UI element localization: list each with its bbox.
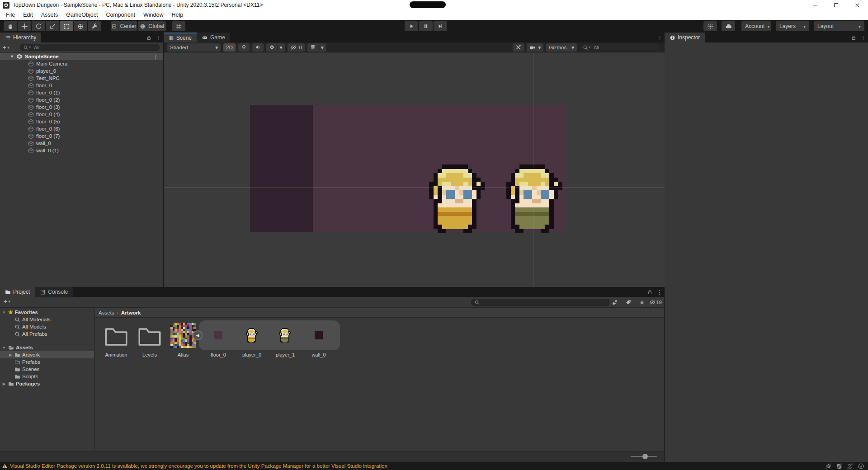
add-object-button[interactable]: +▾ — [0, 44, 12, 51]
kebab-menu-icon[interactable]: ⋮ — [657, 34, 663, 41]
account-dropdown[interactable]: Account▾ — [741, 21, 771, 31]
hierarchy-item[interactable]: Test_NPC — [0, 75, 163, 82]
sidebar-item-scenes[interactable]: Scenes — [0, 366, 94, 373]
hierarchy-item[interactable]: floor_0 (3) — [0, 103, 163, 111]
sidebar-item-scripts[interactable]: Scripts — [0, 373, 94, 380]
asset-player_0[interactable]: player_0 — [237, 321, 267, 357]
asset-atlas[interactable]: Atlas◀ — [168, 321, 198, 357]
maximize-button[interactable] — [826, 0, 847, 10]
custom-tool-button[interactable] — [88, 21, 101, 31]
scene-effects-dropdown[interactable]: ▾ — [266, 43, 285, 52]
zoom-slider-knob[interactable] — [642, 454, 648, 459]
menu-assets[interactable]: Assets — [37, 12, 62, 18]
kebab-menu-icon[interactable]: ⋮ — [153, 53, 159, 60]
cache-server-disabled-icon[interactable] — [836, 463, 843, 470]
sidebar-item-all-models[interactable]: All Models — [0, 323, 94, 330]
sidebar-item-artwork[interactable]: ▶Artwork — [0, 351, 94, 358]
kebab-menu-icon[interactable]: ⋮ — [860, 34, 866, 41]
menu-file[interactable]: File — [2, 12, 19, 18]
minimize-button[interactable] — [804, 0, 826, 10]
tab-console[interactable]: Console — [35, 287, 73, 297]
lock-icon[interactable] — [146, 35, 152, 41]
menu-gameobject[interactable]: GameObject — [62, 12, 102, 18]
shading-mode-dropdown[interactable]: Shaded▾ — [167, 43, 221, 52]
tab-project[interactable]: Project — [0, 287, 35, 297]
asset-player_1[interactable]: player_1 — [270, 321, 300, 357]
sidebar-item-assets[interactable]: ▼Assets — [0, 344, 94, 351]
lock-icon[interactable] — [851, 35, 857, 41]
hierarchy-item[interactable]: floor_0 — [0, 82, 163, 89]
transform-tool-button[interactable] — [74, 21, 87, 31]
sidebar-item-favorites[interactable]: ▼★Favorites — [0, 309, 94, 316]
hidden-packages-button[interactable]: 19 — [650, 298, 661, 307]
scene-lighting-button[interactable] — [238, 43, 250, 52]
player-1-sprite[interactable] — [506, 164, 562, 233]
create-asset-button[interactable]: +▾ — [1, 298, 13, 305]
hierarchy-item[interactable]: player_0 — [0, 67, 163, 75]
foldout-arrow-icon[interactable]: ▶ — [8, 353, 13, 357]
cloud-collab-button[interactable] — [722, 21, 735, 31]
hierarchy-item[interactable]: floor_0 (6) — [0, 125, 163, 132]
progress-activity-button[interactable] — [703, 21, 717, 31]
hierarchy-item[interactable]: floor_0 (1) — [0, 89, 163, 96]
collapse-subassets-button[interactable]: ◀ — [193, 330, 203, 340]
pause-button[interactable] — [419, 21, 433, 31]
hierarchy-item[interactable]: floor_0 (2) — [0, 96, 163, 103]
layers-dropdown[interactable]: Layers▾ — [776, 21, 809, 31]
hierarchy-item[interactable]: floor_0 (4) — [0, 111, 163, 118]
sidebar-item-all-prefabs[interactable]: All Prefabs — [0, 330, 94, 338]
close-button[interactable] — [847, 0, 868, 10]
hierarchy-scene-row[interactable]: ▼ SampleScene ⋮ — [0, 53, 163, 60]
tab-hierarchy[interactable]: Hierarchy — [0, 33, 41, 42]
toggle-2d-button[interactable]: 2D — [223, 43, 236, 52]
menu-help[interactable]: Help — [167, 12, 187, 18]
foldout-arrow-icon[interactable]: ▶ — [2, 382, 6, 386]
component-tools-button[interactable] — [513, 43, 524, 52]
search-by-label-button[interactable] — [623, 298, 634, 307]
foldout-arrow-icon[interactable]: ▼ — [10, 54, 14, 59]
foldout-arrow-icon[interactable]: ▼ — [2, 310, 6, 315]
lock-icon[interactable] — [647, 289, 653, 295]
project-search-input[interactable] — [471, 299, 610, 306]
menu-window[interactable]: Window — [139, 12, 167, 18]
layout-dropdown[interactable]: Layout▾ — [814, 21, 864, 31]
menu-edit[interactable]: Edit — [19, 12, 37, 18]
scene-viewport[interactable] — [164, 53, 665, 287]
tab-game[interactable]: Game — [197, 33, 230, 42]
hierarchy-item[interactable]: floor_0 (5) — [0, 118, 163, 125]
tab-scene[interactable]: Scene — [164, 33, 197, 42]
scene-search-input[interactable] — [580, 44, 661, 51]
sidebar-item-packages[interactable]: ▶Packages — [0, 380, 94, 387]
status-message[interactable]: Visual Studio Editor Package version 2.0… — [10, 463, 387, 469]
asset-wall_0[interactable]: wall_0 — [304, 321, 334, 357]
grid-snap-button[interactable] — [172, 21, 185, 31]
hierarchy-item[interactable]: wall_0 — [0, 140, 163, 147]
kebab-menu-icon[interactable]: ⋮ — [656, 289, 662, 296]
hierarchy-item[interactable]: floor_0 (7) — [0, 132, 163, 140]
sidebar-item-prefabs[interactable]: Prefabs — [0, 358, 94, 366]
move-tool-button[interactable] — [18, 21, 31, 31]
menu-component[interactable]: Component — [102, 12, 139, 18]
pivot-center-button[interactable]: Center — [111, 21, 137, 31]
kebab-menu-icon[interactable]: ⋮ — [156, 34, 161, 41]
play-button[interactable] — [405, 21, 418, 31]
favorites-filter-button[interactable]: ★ — [636, 298, 648, 307]
scene-camera-dropdown[interactable]: ▾ — [527, 43, 543, 52]
foldout-arrow-icon[interactable]: ▼ — [2, 346, 6, 350]
rotate-tool-button[interactable] — [32, 21, 45, 31]
hierarchy-item[interactable]: wall_0 (1) — [0, 147, 163, 154]
grid-visibility-dropdown[interactable]: ▾ — [307, 43, 326, 52]
auto-refresh-disabled-icon[interactable] — [847, 463, 854, 470]
tab-inspector[interactable]: Inspector — [665, 33, 705, 42]
breadcrumb-assets[interactable]: Assets — [99, 310, 114, 315]
scale-tool-button[interactable] — [46, 21, 59, 31]
progress-idle-icon[interactable] — [858, 463, 864, 470]
gizmos-dropdown[interactable]: Gizmos▾ — [546, 43, 577, 52]
rect-tool-button[interactable] — [60, 21, 73, 31]
search-by-type-button[interactable] — [609, 298, 621, 307]
debugger-disabled-icon[interactable] — [825, 463, 832, 470]
step-button[interactable] — [434, 21, 447, 31]
scene-visibility-button[interactable]: 0 — [288, 43, 304, 52]
asset-levels[interactable]: Levels — [135, 321, 165, 357]
asset-floor_0[interactable]: floor_0 — [203, 321, 233, 357]
